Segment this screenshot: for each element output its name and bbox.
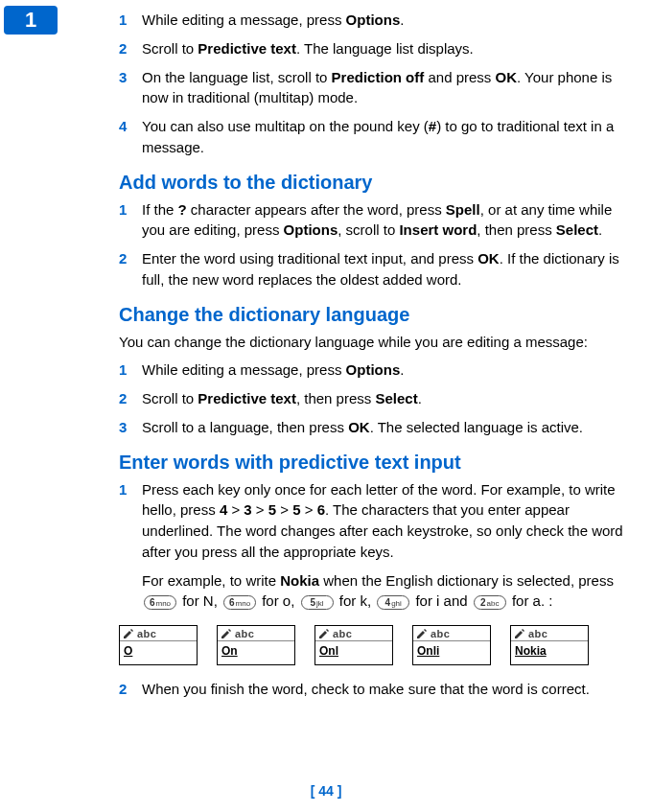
- pencil-icon: [123, 629, 134, 638]
- bold-text: Options: [284, 221, 338, 238]
- screen-status-row: abc: [413, 626, 490, 641]
- step-text: If the ? character appears after the wor…: [142, 199, 629, 242]
- step: 3On the language list, scroll to Predict…: [119, 67, 629, 109]
- page-number: [ 44 ]: [0, 783, 652, 799]
- step: 1Press each key only once for each lette…: [119, 479, 629, 563]
- step-text: Enter the word using traditional text in…: [142, 248, 629, 290]
- step: 2Scroll to Predictive text. The language…: [119, 38, 629, 59]
- screen-word: Onl: [315, 641, 392, 658]
- phone-key-icon: 6mno: [144, 595, 176, 610]
- phone-key-icon: 6mno: [223, 595, 256, 610]
- input-mode-label: abc: [431, 628, 450, 639]
- screen-status-row: abc: [511, 626, 588, 641]
- step-text: For example, to write Nokia when the Eng…: [142, 570, 629, 613]
- step-list-b: 1If the ? character appears after the wo…: [119, 199, 629, 290]
- bold-text: 3: [244, 501, 251, 518]
- step-number: 1: [119, 10, 142, 31]
- chapter-tab: 1: [4, 6, 58, 35]
- step: 2Scroll to Predictive text, then press S…: [119, 388, 629, 409]
- step-text: Press each key only once for each letter…: [142, 479, 629, 563]
- input-mode-label: abc: [528, 628, 547, 639]
- screen-status-row: abc: [120, 626, 197, 641]
- bold-text: Nokia: [280, 572, 319, 589]
- screen-word: Onli: [413, 641, 490, 658]
- step-text: Scroll to Predictive text. The language …: [142, 38, 629, 59]
- step-number: 1: [119, 360, 142, 381]
- bold-text: Spell: [446, 201, 480, 218]
- pencil-icon: [416, 629, 428, 638]
- phone-screen-preview: abcOnl: [314, 625, 393, 665]
- bold-text: Options: [346, 12, 401, 28]
- step-number: 2: [119, 38, 142, 59]
- chapter-number: 1: [25, 8, 36, 33]
- bold-text: #: [429, 118, 436, 134]
- bold-text: ?: [178, 201, 187, 218]
- step-number: 2: [119, 248, 142, 290]
- step: 4You can also use multitap on the pound …: [119, 116, 629, 158]
- screen-status-row: abc: [218, 626, 294, 641]
- phone-key-icon: 2abc: [474, 595, 506, 610]
- step: 3Scroll to a language, then press OK. Th…: [119, 417, 629, 438]
- phone-key-icon: 4ghi: [377, 595, 409, 610]
- example-line: For example, to write Nokia when the Eng…: [119, 570, 629, 613]
- step-number: 1: [119, 199, 142, 242]
- pencil-icon: [514, 629, 525, 638]
- step-text: While editing a message, press Options.: [142, 360, 629, 381]
- step: 1If the ? character appears after the wo…: [119, 199, 629, 242]
- screen-word: Nokia: [511, 641, 588, 658]
- bold-text: Prediction off: [332, 69, 425, 85]
- section-heading-predictive: Enter words with predictive text input: [119, 452, 629, 474]
- bold-text: Select: [556, 221, 598, 238]
- input-mode-label: abc: [235, 628, 254, 639]
- step-number: 3: [119, 417, 142, 438]
- bold-text: Options: [346, 361, 401, 378]
- screen-word: On: [218, 641, 294, 658]
- screen-examples-row: abcOabcOnabcOnlabcOnliabcNokia: [119, 625, 629, 665]
- step-list-d: 1Press each key only once for each lette…: [119, 479, 629, 613]
- step-number: 2: [119, 388, 142, 409]
- phone-key-icon: 5jkl: [301, 595, 334, 610]
- screen-word: O: [120, 641, 197, 658]
- step-text: When you finish the word, check to make …: [142, 679, 629, 700]
- section-intro-change-lang: You can change the dictionary language w…: [119, 332, 629, 353]
- step-list-d2: 2When you finish the word, check to make…: [119, 679, 629, 700]
- phone-screen-preview: abcO: [119, 625, 198, 665]
- input-mode-label: abc: [333, 628, 352, 639]
- bold-text: OK: [348, 419, 370, 435]
- bold-text: OK: [496, 69, 518, 85]
- bold-text: Select: [375, 390, 417, 406]
- section-heading-dictionary: Add words to the dictionary: [119, 172, 629, 194]
- bold-text: Insert word: [399, 221, 477, 238]
- step-text: Scroll to a language, then press OK. The…: [142, 417, 629, 438]
- page-content: 1While editing a message, press Options.…: [119, 0, 629, 700]
- screen-status-row: abc: [315, 626, 392, 641]
- step: 1While editing a message, press Options.: [119, 10, 629, 31]
- step-number: [119, 570, 142, 613]
- step: 2When you finish the word, check to make…: [119, 679, 629, 700]
- step-number: 2: [119, 679, 142, 700]
- bold-text: 5: [268, 501, 276, 518]
- input-mode-label: abc: [137, 628, 156, 639]
- step-list-c: 1While editing a message, press Options.…: [119, 360, 629, 437]
- bold-text: OK: [477, 250, 500, 267]
- phone-screen-preview: abcOnli: [412, 625, 491, 665]
- bold-text: Predictive text: [198, 40, 296, 57]
- bold-text: Predictive text: [198, 390, 296, 406]
- section-heading-change-lang: Change the dictionary language: [119, 304, 629, 326]
- bold-text: 5: [292, 501, 300, 518]
- step-text: On the language list, scroll to Predicti…: [142, 67, 629, 109]
- step-number: 3: [119, 67, 142, 109]
- step-number: 1: [119, 479, 142, 563]
- step-text: While editing a message, press Options.: [142, 10, 629, 31]
- step-list-a: 1While editing a message, press Options.…: [119, 10, 629, 158]
- pencil-icon: [318, 629, 330, 638]
- step: 2Enter the word using traditional text i…: [119, 248, 629, 290]
- bold-text: 4: [220, 501, 227, 518]
- step-text: Scroll to Predictive text, then press Se…: [142, 388, 629, 409]
- phone-screen-preview: abcNokia: [510, 625, 589, 665]
- phone-screen-preview: abcOn: [217, 625, 295, 665]
- step: 1While editing a message, press Options.: [119, 360, 629, 381]
- step-number: 4: [119, 116, 142, 158]
- pencil-icon: [221, 629, 232, 638]
- bold-text: 6: [317, 501, 325, 518]
